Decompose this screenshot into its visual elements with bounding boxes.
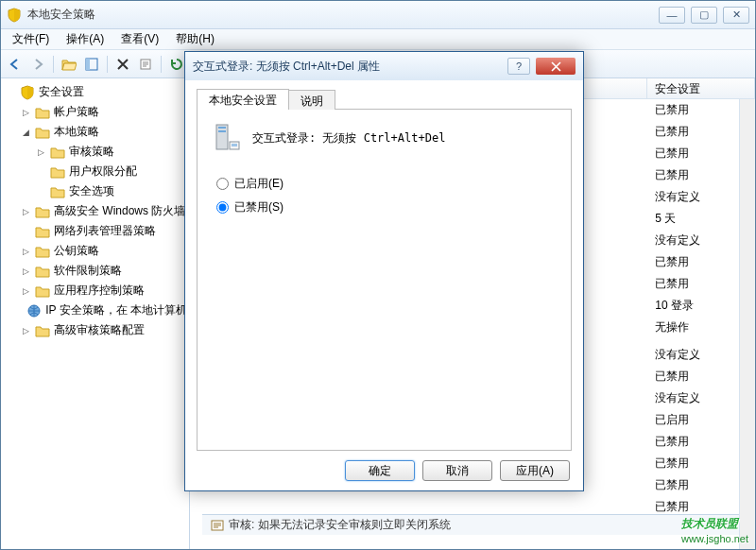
watermark-url: www.jsgho.net	[681, 533, 748, 544]
tree-item-label: 高级审核策略配置	[54, 322, 145, 338]
tree-item[interactable]: ▷公钥策略	[1, 241, 189, 261]
folder-icon	[35, 105, 50, 120]
tree-item[interactable]: ▷软件限制策略	[1, 261, 189, 281]
tree-root-label: 安全设置	[39, 84, 84, 100]
window-controls: — ▢ ✕	[659, 7, 749, 24]
folder-icon	[50, 145, 65, 160]
tree-item[interactable]: ▷应用程序控制策略	[1, 281, 189, 301]
tree-item-label: IP 安全策略，在 本地计算机	[45, 302, 187, 318]
dialog-close-button[interactable]	[536, 58, 576, 75]
back-button[interactable]	[5, 54, 26, 75]
properties-button[interactable]	[135, 54, 156, 75]
shield-icon	[20, 85, 35, 100]
server-icon	[211, 123, 241, 153]
tree-root[interactable]: 安全设置	[1, 82, 189, 102]
tree-item-label: 帐户策略	[54, 104, 99, 120]
vertical-scrollbar[interactable]	[739, 99, 755, 549]
tree-panel[interactable]: 安全设置 ▷帐户策略◢本地策略▷审核策略用户权限分配安全选项▷高级安全 Wind…	[1, 78, 190, 549]
expand-icon[interactable]: ▷	[20, 247, 31, 256]
tree-item-label: 高级安全 Windows 防火墙	[54, 203, 185, 219]
list-col-setting[interactable]: 安全设置	[647, 78, 755, 98]
toolbar-separator	[53, 56, 54, 73]
dialog-help-button[interactable]: ?	[507, 58, 530, 75]
dialog-titlebar[interactable]: 交互式登录: 无须按 Ctrl+Alt+Del 属性 ?	[185, 52, 583, 80]
menu-file[interactable]: 文件(F)	[5, 29, 57, 49]
expand-icon[interactable]: ▷	[35, 147, 46, 157]
window-title: 本地安全策略	[27, 7, 659, 23]
tree-item[interactable]: ▷审核策略	[1, 142, 189, 162]
dialog-body: 本地安全设置 说明 交互式登录: 无须按 Ctrl+Alt+Del 已启用(E)…	[185, 80, 583, 451]
app-icon	[7, 8, 22, 23]
statusbar-text: 审核: 如果无法记录安全审核则立即关闭系统	[229, 517, 451, 533]
watermark: 技术员联盟 www.jsgho.net	[681, 508, 748, 544]
tree-item-label: 审核策略	[69, 144, 114, 160]
radio-disabled-input[interactable]	[216, 201, 229, 214]
tree-item[interactable]: ▷高级审核策略配置	[1, 320, 189, 340]
tab-description[interactable]: 说明	[288, 90, 335, 110]
properties-dialog: 交互式登录: 无须按 Ctrl+Alt+Del 属性 ? 本地安全设置 说明 交…	[184, 51, 584, 491]
expand-icon[interactable]: ▷	[20, 326, 31, 335]
show-hide-tree-button[interactable]	[81, 54, 102, 75]
tree-item-label: 用户权限分配	[69, 163, 137, 180]
svg-rect-6	[86, 59, 90, 70]
radio-enabled-label: 已启用(E)	[234, 176, 284, 192]
tree-item-label: 网络列表管理器策略	[54, 223, 156, 239]
apply-button[interactable]: 应用(A)	[500, 460, 570, 481]
radio-disabled-label: 已禁用(S)	[234, 199, 284, 215]
folder-icon	[35, 204, 50, 219]
dialog-footer: 确定 取消 应用(A)	[185, 451, 583, 490]
tree-item[interactable]: 用户权限分配	[1, 162, 189, 181]
tree-item[interactable]: ▷高级安全 Windows 防火墙	[1, 201, 189, 221]
ip-policy-icon	[26, 303, 42, 318]
tree-item-label: 安全选项	[69, 183, 114, 199]
tree-item[interactable]: 安全选项	[1, 181, 189, 201]
up-button[interactable]	[59, 54, 79, 75]
dialog-tab-content: 交互式登录: 无须按 Ctrl+Alt+Del 已启用(E) 已禁用(S)	[197, 110, 572, 451]
toolbar-separator	[107, 56, 108, 73]
folder-icon	[35, 125, 50, 140]
expand-icon[interactable]: ▷	[20, 207, 31, 216]
toolbar-separator	[161, 56, 162, 73]
menu-view[interactable]: 查看(V)	[113, 29, 166, 49]
expand-icon[interactable]: ◢	[20, 128, 31, 137]
tree-item[interactable]: IP 安全策略，在 本地计算机	[1, 301, 189, 320]
watermark-text: 技术员联盟	[681, 517, 738, 530]
dialog-title: 交互式登录: 无须按 Ctrl+Alt+Del 属性	[193, 59, 507, 75]
dialog-heading-row: 交互式登录: 无须按 Ctrl+Alt+Del	[211, 123, 558, 153]
folder-icon	[35, 323, 50, 338]
list-cell-name	[190, 499, 647, 515]
dialog-heading: 交互式登录: 无须按 Ctrl+Alt+Del	[252, 130, 445, 146]
tab-local-security[interactable]: 本地安全设置	[197, 89, 289, 110]
delete-button[interactable]	[112, 54, 133, 75]
tree-item[interactable]: ◢本地策略	[1, 122, 189, 142]
folder-icon	[50, 184, 65, 199]
radio-enabled-input[interactable]	[216, 178, 229, 190]
folder-icon	[35, 284, 50, 299]
statusbar: 审核: 如果无法记录安全审核则立即关闭系统	[202, 514, 739, 535]
minimize-button[interactable]: —	[659, 7, 685, 24]
tree-item-label: 软件限制策略	[54, 263, 122, 279]
expand-icon[interactable]: ▷	[20, 266, 31, 276]
tree-item-label: 应用程序控制策略	[54, 283, 145, 299]
radio-enabled[interactable]: 已启用(E)	[216, 176, 558, 192]
dialog-tabs: 本地安全设置 说明	[197, 88, 572, 110]
folder-icon	[50, 164, 65, 180]
close-button[interactable]: ✕	[723, 7, 749, 24]
forward-button[interactable]	[27, 54, 48, 75]
tree-item[interactable]: ▷帐户策略	[1, 102, 189, 122]
tree-item[interactable]: 网络列表管理器策略	[1, 221, 189, 241]
menu-action[interactable]: 操作(A)	[59, 29, 112, 49]
radio-disabled[interactable]: 已禁用(S)	[216, 199, 558, 215]
policy-icon	[210, 518, 225, 533]
expand-icon[interactable]: ▷	[20, 108, 31, 117]
folder-icon	[35, 264, 50, 279]
folder-icon	[35, 244, 50, 259]
ok-button[interactable]: 确定	[345, 460, 415, 481]
maximize-button[interactable]: ▢	[691, 7, 717, 24]
menubar: 文件(F) 操作(A) 查看(V) 帮助(H)	[1, 29, 755, 50]
menu-help[interactable]: 帮助(H)	[168, 29, 222, 49]
cancel-button[interactable]: 取消	[422, 460, 492, 481]
expand-icon[interactable]: ▷	[20, 286, 31, 296]
radio-group: 已启用(E) 已禁用(S)	[216, 176, 558, 215]
titlebar[interactable]: 本地安全策略 — ▢ ✕	[1, 1, 755, 29]
